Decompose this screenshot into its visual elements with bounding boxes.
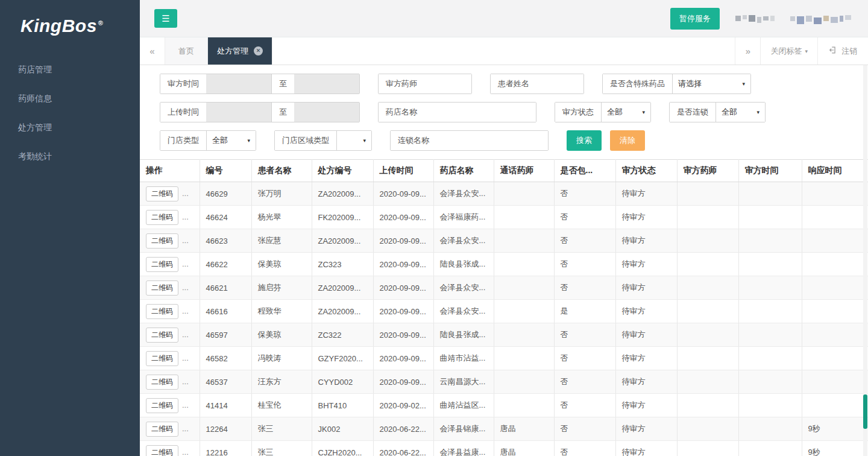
pharmacy-name-input[interactable] [424, 103, 536, 122]
col-response-time: 响应时间 [802, 160, 868, 182]
store-area-type-select[interactable]: ▾ [336, 131, 371, 150]
chevron-down-icon: ▾ [247, 138, 250, 144]
row-more-actions[interactable]: ... [182, 236, 189, 245]
cell-call-pharmacist [494, 206, 554, 229]
store-type-select[interactable]: 全部 ▾ [206, 131, 256, 150]
row-more-actions[interactable]: ... [182, 212, 189, 221]
qr-code-button[interactable]: 二维码 [146, 328, 178, 343]
cell-call-pharmacist [494, 182, 554, 206]
tabs-scroll-left-icon[interactable]: « [140, 37, 165, 65]
cell-call-pharmacist [494, 253, 554, 276]
chain-name-input[interactable] [436, 131, 548, 150]
qr-code-button[interactable]: 二维码 [146, 257, 178, 272]
cell-reviewer [677, 206, 738, 229]
cell-rx-number: ZA202009... [312, 276, 373, 300]
vertical-scrollbar[interactable] [863, 65, 867, 456]
cell-rx-number: ZA202009... [312, 300, 373, 323]
qr-code-button[interactable]: 二维码 [146, 233, 178, 249]
row-more-actions[interactable]: ... [182, 401, 189, 410]
logout-button[interactable]: 注销 [817, 37, 868, 65]
cell-review-time [738, 417, 802, 441]
cell-review-status: 待审方 [615, 441, 677, 456]
close-tabs-dropdown[interactable]: 关闭标签 ▾ [760, 37, 817, 65]
cell-rx-number: CYYD002 [312, 370, 373, 394]
to-label: 至 [271, 74, 294, 93]
row-more-actions[interactable]: ... [182, 377, 189, 386]
qr-code-button[interactable]: 二维码 [146, 398, 178, 413]
cell-rx-number: ZC323 [312, 253, 373, 276]
table-row: 二维码... 46623 张应慧 ZA202009... 2020-09-09.… [140, 229, 868, 253]
redacted-block-1 [735, 15, 775, 22]
special-drug-select[interactable]: 请选择 ▾ [672, 74, 750, 93]
patient-name-label: 患者姓名 [491, 74, 536, 93]
col-id: 编号 [200, 160, 251, 182]
row-more-actions[interactable]: ... [182, 330, 189, 339]
col-patient: 患者名称 [251, 160, 312, 182]
sidebar-item-attendance-stats[interactable]: 考勤统计 [0, 142, 140, 171]
upload-time-start-input[interactable] [206, 103, 271, 122]
hamburger-menu-icon[interactable]: ☰ [154, 9, 177, 28]
tab-prescription-management[interactable]: 处方管理 ✕ [208, 37, 272, 65]
cell-reviewer [677, 276, 738, 300]
chain-name-label: 连锁名称 [391, 131, 436, 150]
scrollbar-thumb[interactable] [863, 394, 867, 429]
cell-special-drug: 否 [554, 347, 615, 370]
operation-cell: 二维码... [140, 417, 200, 441]
cell-special-drug: 否 [554, 253, 615, 276]
tabs-scroll-right-icon[interactable]: » [735, 37, 760, 65]
cell-review-time [738, 441, 802, 456]
pause-service-button[interactable]: 暂停服务 [670, 8, 720, 30]
review-time-end-input[interactable] [294, 74, 359, 93]
cell-reviewer [677, 417, 738, 441]
qr-code-button[interactable]: 二维码 [146, 186, 178, 201]
qr-code-button[interactable]: 二维码 [146, 210, 178, 225]
cell-review-time [738, 253, 802, 276]
qr-code-button[interactable]: 二维码 [146, 304, 178, 319]
operation-cell: 二维码... [140, 182, 200, 206]
cell-response-time [802, 182, 868, 206]
qr-code-button[interactable]: 二维码 [146, 375, 178, 390]
cell-reviewer [677, 323, 738, 347]
qr-code-button[interactable]: 二维码 [146, 280, 178, 296]
cell-reviewer [677, 394, 738, 417]
row-more-actions[interactable]: ... [182, 259, 189, 268]
row-more-actions[interactable]: ... [182, 353, 189, 363]
row-more-actions[interactable]: ... [182, 424, 189, 433]
store-type-filter: 门店类型 全部 ▾ [160, 130, 256, 151]
reviewer-input[interactable] [424, 74, 471, 93]
registered-mark: ® [98, 19, 104, 27]
qr-code-button[interactable]: 二维码 [146, 351, 178, 366]
close-tab-icon[interactable]: ✕ [254, 46, 263, 55]
row-more-actions[interactable]: ... [182, 283, 189, 292]
cell-response-time [802, 370, 868, 394]
chain-select[interactable]: 全部 ▾ [715, 103, 765, 122]
qr-code-button[interactable]: 二维码 [146, 422, 178, 437]
sidebar-item-pharmacist-info[interactable]: 药师信息 [0, 84, 140, 113]
tabbar-spacer [272, 37, 735, 65]
row-more-actions[interactable]: ... [182, 448, 189, 456]
filter-row-2: 上传时间 至 药店名称 审方状态 全部 ▾ [160, 102, 868, 122]
review-time-start-input[interactable] [206, 74, 271, 93]
cell-call-pharmacist: 唐晶 [494, 417, 554, 441]
cell-special-drug: 否 [554, 441, 615, 456]
cell-rx-number: ZC322 [312, 323, 373, 347]
cell-response-time [802, 300, 868, 323]
chain-label: 是否连锁 [670, 103, 715, 122]
cell-patient: 冯映涛 [251, 347, 312, 370]
search-button[interactable]: 搜索 [567, 130, 602, 151]
patient-name-input[interactable] [536, 74, 583, 93]
clear-button[interactable]: 清除 [610, 130, 645, 151]
cell-special-drug: 否 [554, 323, 615, 347]
sidebar-item-pharmacy-management[interactable]: 药店管理 [0, 55, 140, 84]
row-more-actions[interactable]: ... [182, 189, 189, 198]
special-drug-label: 是否含特殊药品 [603, 74, 672, 93]
chevron-down-icon: ▾ [756, 109, 760, 115]
review-status-select[interactable]: 全部 ▾ [601, 103, 650, 122]
sidebar-item-prescription-management[interactable]: 处方管理 [0, 113, 140, 142]
tab-home[interactable]: 首页 [165, 37, 208, 65]
cell-upload-time: 2020-09-09... [373, 229, 433, 253]
chevron-down-icon: ▾ [805, 48, 808, 54]
row-more-actions[interactable]: ... [182, 306, 189, 315]
qr-code-button[interactable]: 二维码 [146, 445, 178, 456]
upload-time-end-input[interactable] [294, 103, 359, 122]
